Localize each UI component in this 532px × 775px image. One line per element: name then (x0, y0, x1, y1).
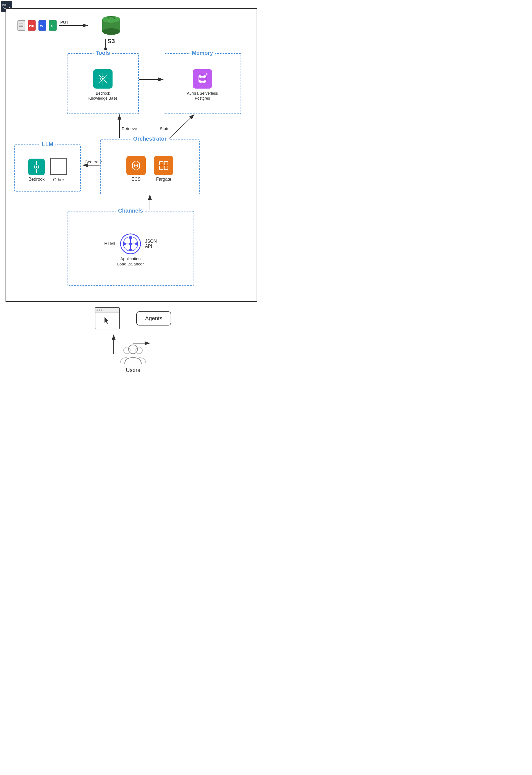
svg-point-68 (135, 243, 138, 245)
svg-rect-16 (18, 20, 25, 30)
channels-box: Channels HTML (67, 211, 194, 286)
word-doc-icon: W (38, 20, 48, 32)
fargate-container: Fargate (154, 156, 173, 182)
alb-icon (119, 233, 142, 255)
ecs-label: ECS (126, 177, 146, 182)
s3-icon (100, 14, 122, 37)
pdf-doc-icon: PDF (28, 20, 37, 32)
svg-marker-76 (105, 317, 109, 324)
tools-title: Tools (93, 50, 112, 56)
svg-text:PDF: PDF (29, 25, 35, 28)
browser-container (95, 307, 120, 329)
bedrock-kb-label: BedrockKnowledge Base (88, 91, 117, 101)
llm-other-icon (50, 158, 67, 175)
llm-bedrock-container: Bedrock (28, 158, 45, 182)
svg-point-71 (129, 243, 132, 245)
svg-point-67 (129, 237, 132, 239)
llm-bedrock-icon (28, 158, 45, 175)
svg-text:Retrieve: Retrieve (122, 126, 137, 131)
alb-row: HTML JSONAPI (104, 233, 157, 255)
users-label: Users (0, 367, 266, 373)
llm-other-label: Other (50, 177, 67, 182)
json-api-label: JSONAPI (145, 239, 157, 249)
fargate-label: Fargate (154, 177, 173, 182)
svg-text:aws: aws (2, 4, 6, 6)
html-label: HTML (104, 241, 116, 246)
generic-doc-icon (17, 20, 27, 32)
aurora-label: Aurora ServerlessPostgres (187, 91, 218, 101)
llm-box: LLM Bedrock (14, 144, 81, 191)
svg-point-55 (36, 166, 37, 168)
svg-point-59 (135, 165, 137, 166)
svg-point-37 (102, 78, 104, 80)
ecs-icon (126, 156, 146, 175)
agents-label: Agents (145, 315, 162, 321)
s3-label: S3 (95, 38, 128, 45)
aurora-icon (193, 69, 212, 88)
alb-label: ApplicationLoad Balancer (117, 256, 144, 267)
orchestrator-box: Orchestrator ECS (100, 139, 200, 194)
bedrock-kb-icon (93, 69, 113, 88)
agents-box: Agents (136, 311, 171, 326)
browser-icon (95, 307, 120, 329)
llm-title: LLM (40, 141, 55, 147)
s3-section: S3 (95, 14, 128, 45)
excel-doc-icon: X (49, 20, 58, 32)
memory-box: Memory Aurora ServerlessPost (164, 53, 241, 114)
svg-text:W: W (40, 24, 43, 28)
external-section: Agents (0, 305, 266, 373)
user-arrows (92, 332, 174, 360)
llm-other-container: Other (50, 158, 67, 182)
svg-point-28 (102, 28, 120, 35)
llm-bedrock-label: Bedrock (28, 177, 45, 182)
svg-text:Generate: Generate (85, 159, 102, 164)
svg-point-70 (123, 243, 126, 245)
tools-box: Tools (67, 53, 139, 114)
ecs-container: ECS (126, 156, 146, 182)
svg-line-11 (169, 114, 194, 138)
svg-point-29 (102, 16, 120, 23)
fargate-icon (154, 156, 173, 175)
orchestrator-title: Orchestrator (131, 136, 169, 142)
svg-text:PUT: PUT (60, 20, 69, 25)
memory-title: Memory (190, 50, 215, 56)
svg-text:State: State (160, 126, 169, 131)
document-icons: PDF W X (17, 20, 58, 32)
svg-point-69 (129, 249, 132, 251)
channels-title: Channels (116, 208, 145, 214)
svg-point-30 (107, 20, 111, 22)
main-architecture-box: PUT Retrieve State Generate (6, 8, 257, 302)
svg-text:X: X (51, 24, 53, 28)
